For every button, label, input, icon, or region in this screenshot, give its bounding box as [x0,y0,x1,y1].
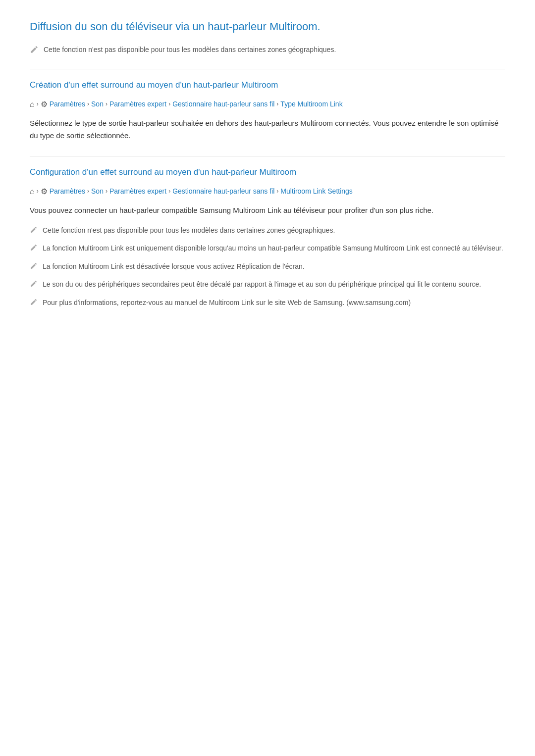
section1-body: Sélectionnez le type de sortie haut-parl… [30,117,505,142]
note-text-2: La fonction Multiroom Link est uniquemen… [43,243,503,253]
note-text-5: Pour plus d'informations, reportez-vous … [43,297,411,308]
list-item: Cette fonction n'est pas disponible pour… [30,225,505,237]
list-item: Le son du ou des périphériques secondair… [30,279,505,291]
separator: › [168,100,170,109]
home-icon-2: ⌂ [30,185,35,198]
section1-title: Création d'un effet surround au moyen d'… [30,69,505,91]
breadcrumb-parametres-expert-1[interactable]: Paramètres expert [109,99,166,109]
separator: › [87,100,89,109]
section2-breadcrumb: ⌂ › ⚙ Paramètres › Son › Paramètres expe… [30,185,505,198]
page-title: Diffusion du son du téléviseur via un ha… [30,20,505,34]
list-item: La fonction Multiroom Link est désactivé… [30,261,505,273]
pencil-icon-3 [30,262,38,273]
breadcrumb-parametres-expert-2[interactable]: Paramètres expert [109,186,166,197]
breadcrumb-son-2[interactable]: Son [91,186,104,197]
top-note: Cette fonction n'est pas disponible pour… [30,44,505,55]
breadcrumb-multiroom-link-settings[interactable]: Multiroom Link Settings [280,186,353,197]
note-text-3: La fonction Multiroom Link est désactivé… [43,261,305,272]
breadcrumb-type-multiroom[interactable]: Type Multiroom Link [280,99,342,109]
list-item: Pour plus d'informations, reportez-vous … [30,297,505,309]
section2-notes-list: Cette fonction n'est pas disponible pour… [30,225,505,309]
list-item: La fonction Multiroom Link est uniquemen… [30,243,505,254]
breadcrumb-parametres-2[interactable]: Paramètres [50,186,85,197]
separator: › [276,100,278,109]
gear-icon: ⚙ [41,98,48,111]
separator: › [37,100,39,109]
separator: › [276,187,278,196]
gear-icon-2: ⚙ [41,185,48,198]
pencil-icon [30,45,39,54]
pencil-icon-5 [30,298,38,309]
breadcrumb-son-1[interactable]: Son [91,99,104,109]
section2-body: Vous pouvez connecter un haut-parleur co… [30,204,505,217]
breadcrumb-parametres-1[interactable]: Paramètres [50,99,85,109]
separator: › [168,187,170,196]
section2-title: Configuration d'un effet surround au moy… [30,156,505,178]
separator: › [106,187,107,196]
breadcrumb-gestionnaire-2[interactable]: Gestionnaire haut-parleur sans fil [172,186,274,197]
separator: › [87,187,89,196]
top-note-text: Cette fonction n'est pas disponible pour… [44,44,336,55]
separator: › [37,187,39,196]
home-icon: ⌂ [30,98,35,111]
note-text-1: Cette fonction n'est pas disponible pour… [43,225,335,236]
pencil-icon-4 [30,280,38,291]
pencil-icon-2 [30,244,38,254]
breadcrumb-gestionnaire-1[interactable]: Gestionnaire haut-parleur sans fil [172,99,274,109]
pencil-icon-1 [30,226,38,237]
section1-breadcrumb: ⌂ › ⚙ Paramètres › Son › Paramètres expe… [30,98,505,111]
separator: › [106,100,107,109]
note-text-4: Le son du ou des périphériques secondair… [43,279,481,290]
